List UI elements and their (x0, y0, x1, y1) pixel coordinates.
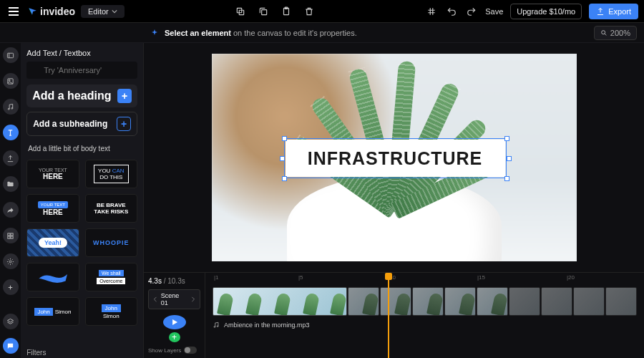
copy-icon[interactable] (234, 5, 247, 18)
rail-more[interactable] (3, 279, 19, 295)
top-bar: invideo Editor Save Upgrade $10/mo Expor… (0, 0, 644, 23)
music-note-icon (213, 321, 220, 329)
timeline-ruler: |1 |5 |10 |15 |20 (205, 273, 644, 286)
text-template[interactable]: YOUR TEXTHERE (26, 194, 79, 223)
trash-icon[interactable] (303, 5, 316, 18)
tool-rail (0, 43, 21, 358)
text-template[interactable]: Yeah! (26, 228, 79, 257)
text-template[interactable]: JohnSimon (26, 297, 79, 326)
export-label: Export (608, 7, 631, 16)
scene-label: Scene 01 (161, 292, 187, 306)
svg-point-9 (8, 108, 9, 110)
logo-mark-icon (27, 6, 37, 16)
rail-stickers[interactable] (3, 202, 19, 218)
rail-layers[interactable] (3, 314, 19, 329)
plus-icon: + (117, 89, 132, 103)
svg-point-18 (217, 326, 218, 327)
rail-templates[interactable] (3, 47, 19, 63)
text-element-content: INFRASTRUCTURE (308, 148, 483, 169)
add-heading-label: Add a heading (32, 90, 111, 102)
chevron-right-icon (190, 296, 196, 302)
text-template[interactable] (26, 263, 79, 291)
svg-point-15 (9, 261, 11, 263)
toolbar-right: Save Upgrade $10/mo Export (425, 4, 638, 19)
filters-label[interactable]: Filters (26, 349, 46, 357)
chevron-left-icon (152, 296, 158, 302)
svg-point-17 (214, 326, 215, 328)
zoom-control[interactable]: 200% (594, 26, 637, 40)
paste-icon[interactable] (280, 5, 293, 18)
video-clip[interactable] (213, 287, 347, 316)
playhead[interactable] (388, 273, 389, 358)
svg-point-8 (9, 79, 10, 81)
text-template[interactable]: We shallOvercome (85, 263, 137, 291)
add-heading-button[interactable]: Add a heading + (26, 84, 137, 107)
video-clip[interactable] (348, 287, 379, 316)
add-subheading-button[interactable]: Add a subheading + (26, 112, 137, 136)
rail-shapes[interactable] (3, 228, 19, 243)
video-clip[interactable] (477, 287, 508, 316)
toggle-icon (184, 347, 197, 354)
chevron-down-icon (112, 9, 117, 14)
add-subheading-label: Add a subheading (33, 119, 107, 129)
upgrade-button[interactable]: Upgrade $10/mo (510, 4, 582, 19)
save-button[interactable]: Save (485, 7, 503, 16)
export-icon (596, 7, 605, 16)
brand-logo[interactable]: invideo (27, 6, 75, 17)
toolbar-center (130, 5, 419, 18)
template-search-input[interactable] (26, 62, 137, 79)
selection-handle[interactable] (282, 176, 287, 181)
video-clip[interactable] (412, 287, 444, 316)
editor-dropdown[interactable]: Editor (81, 5, 125, 18)
video-clip[interactable] (573, 287, 605, 316)
svg-rect-11 (8, 233, 10, 235)
text-template[interactable]: JohnSimon (85, 297, 137, 326)
svg-rect-14 (11, 236, 13, 238)
export-button[interactable]: Export (589, 4, 638, 19)
play-button[interactable] (163, 315, 186, 329)
hint-bold: Select an element (165, 29, 231, 37)
audio-track[interactable]: Ambience in the morning.mp3 (205, 317, 644, 333)
timeline: 4.3s / 10.3s Scene 01 + Show Layers |1 |… (144, 272, 644, 358)
video-clip[interactable] (541, 287, 572, 316)
play-icon (170, 317, 180, 327)
selection-handle[interactable] (280, 156, 285, 161)
redo-icon[interactable] (465, 5, 478, 18)
video-clip[interactable] (509, 287, 540, 316)
add-scene-button[interactable]: + (169, 332, 180, 342)
rail-help[interactable] (3, 338, 19, 354)
rail-effects[interactable] (3, 253, 19, 269)
canvas-hint: Select an element on the canvas to edit … (150, 29, 357, 37)
add-body-text-button[interactable]: Add a little bit of body text (26, 140, 137, 160)
video-clip[interactable] (380, 287, 411, 316)
selection-handle[interactable] (504, 176, 509, 181)
audio-clip-name: Ambience in the morning.mp3 (224, 321, 310, 329)
video-clip[interactable] (605, 287, 637, 316)
menu-icon[interactable] (6, 4, 21, 19)
duplicate-icon[interactable] (257, 5, 270, 18)
text-template[interactable]: BE BRAVETAKE RISKS (85, 194, 137, 223)
text-template[interactable]: WHOOPIE (85, 228, 137, 257)
scene-selector[interactable]: Scene 01 (148, 289, 200, 309)
undo-icon[interactable] (445, 5, 458, 18)
video-clip[interactable] (444, 287, 476, 316)
rail-text[interactable] (3, 125, 19, 140)
selection-handle[interactable] (504, 136, 509, 141)
selection-handle[interactable] (282, 136, 287, 141)
rail-media[interactable] (3, 73, 19, 89)
text-element[interactable]: INFRASTRUCTURE (286, 140, 505, 177)
show-layers-toggle[interactable]: Show Layers (148, 347, 200, 354)
svg-rect-2 (262, 9, 267, 14)
rail-upload[interactable] (3, 150, 19, 166)
svg-rect-6 (7, 53, 13, 57)
selection-handle[interactable] (507, 156, 512, 161)
text-template[interactable]: YOUR TEXTHERE (26, 160, 79, 188)
rail-folder[interactable] (3, 176, 19, 192)
editor-dropdown-label: Editor (88, 7, 109, 16)
text-template[interactable]: YOU CANDO THIS (85, 160, 137, 188)
canvas-stage[interactable]: INFRASTRUCTURE (144, 43, 644, 272)
rail-music[interactable] (3, 99, 19, 115)
grid-icon[interactable] (425, 5, 438, 18)
canvas[interactable]: INFRASTRUCTURE (212, 54, 577, 261)
timeline-track-area[interactable]: |1 |5 |10 |15 |20 (205, 273, 644, 358)
